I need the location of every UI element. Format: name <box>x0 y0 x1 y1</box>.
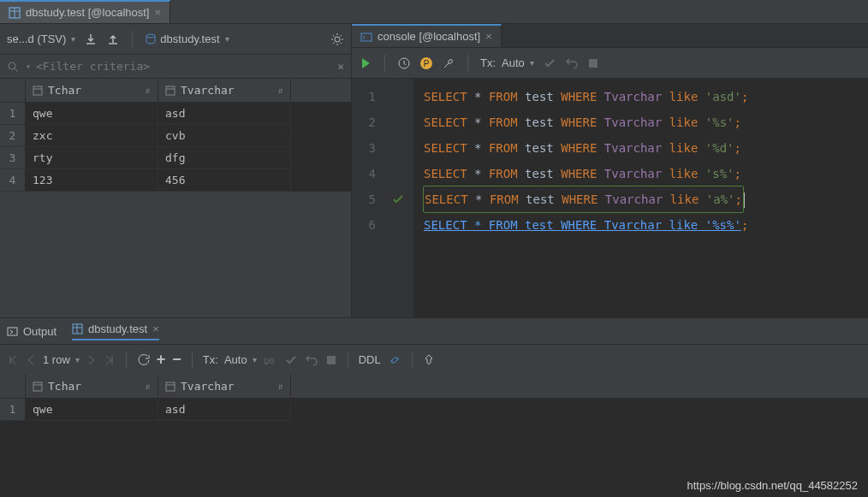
table-row[interactable]: 4 123 456 <box>0 169 351 192</box>
ddl-button[interactable]: DDL <box>359 353 381 366</box>
tab-result-table[interactable]: dbstudy.test × <box>72 322 159 340</box>
stop-icon[interactable] <box>587 57 599 69</box>
remove-row-icon[interactable]: − <box>172 351 181 369</box>
filter-bar[interactable]: ▾ <Filter criteria> × <box>0 55 351 79</box>
filter-placeholder: <Filter criteria> <box>36 60 150 73</box>
sql-link[interactable]: SELECT * FROM test WHERE Tvarchar like '… <box>424 218 741 232</box>
schema-label: dbstudy.test <box>160 33 219 45</box>
row-number: 1 <box>0 103 26 125</box>
text-caret <box>744 192 745 208</box>
svg-line-6 <box>15 68 18 72</box>
wrench-icon[interactable] <box>442 56 455 70</box>
sort-icon: ⇵ <box>278 86 283 95</box>
close-icon[interactable]: × <box>152 322 159 335</box>
chevron-down-icon: ▾ <box>71 34 75 44</box>
tab-output[interactable]: Output <box>7 325 56 338</box>
pin-icon[interactable] <box>423 354 435 366</box>
cell[interactable]: qwe <box>26 103 158 125</box>
submit-icon[interactable]: DB <box>264 354 277 366</box>
svg-point-5 <box>9 62 15 69</box>
table-row[interactable]: 2 zxc cvb <box>0 125 351 147</box>
commit-icon[interactable] <box>543 56 556 70</box>
tx-mode-dropdown[interactable]: Tx: Auto ▾ <box>203 353 257 366</box>
console-pane: console [@localhost] × P Tx: Auto ▾ <box>351 24 868 317</box>
database-icon <box>145 33 157 45</box>
table-row[interactable]: 3 rty dfg <box>0 147 351 169</box>
export-format-label: se...d (TSV) <box>7 33 66 45</box>
compare-icon[interactable] <box>388 353 401 367</box>
add-row-icon[interactable]: + <box>157 351 166 369</box>
console-icon <box>360 31 372 43</box>
sort-icon: ⇵ <box>146 382 151 391</box>
tab-label: console [@localhost] <box>378 30 480 43</box>
refresh-icon[interactable] <box>137 353 150 366</box>
svg-text:P: P <box>424 59 430 68</box>
row-count-dropdown[interactable]: 1 row ▾ <box>43 353 80 366</box>
last-page-icon[interactable] <box>104 354 116 366</box>
cell[interactable]: dfg <box>158 147 291 169</box>
close-icon[interactable]: × <box>154 6 161 19</box>
commit-icon[interactable] <box>284 353 298 367</box>
tx-label: Tx: <box>480 56 496 69</box>
first-page-icon[interactable] <box>7 354 19 366</box>
column-header-tvarchar[interactable]: Tvarchar ⇵ <box>158 79 291 102</box>
svg-rect-11 <box>361 33 372 41</box>
svg-rect-22 <box>33 382 42 391</box>
column-header-tchar[interactable]: Tchar ⇵ <box>26 79 158 102</box>
tab-label: dbstudy.test [@localhost] <box>26 6 149 19</box>
run-icon[interactable] <box>359 56 372 70</box>
table-row[interactable]: 1 qwe asd <box>0 399 868 421</box>
prev-page-icon[interactable] <box>26 354 36 366</box>
cell[interactable]: 123 <box>26 169 158 192</box>
next-page-icon[interactable] <box>86 354 97 366</box>
close-icon[interactable]: × <box>485 30 492 43</box>
plan-icon[interactable]: P <box>419 56 433 70</box>
column-icon <box>165 86 175 96</box>
cell[interactable]: rty <box>26 147 158 169</box>
table-icon <box>9 7 21 19</box>
export-icon[interactable] <box>106 33 120 46</box>
close-icon[interactable]: × <box>337 60 344 73</box>
tab-console[interactable]: console [@localhost] × <box>352 24 502 47</box>
cell[interactable]: qwe <box>26 399 158 421</box>
result-toolbar: 1 row ▾ + − Tx: Auto ▾ DB DDL <box>0 344 868 375</box>
console-toolbar: P Tx: Auto ▾ <box>352 48 868 79</box>
column-header-tchar[interactable]: Tchar ⇵ <box>26 375 158 398</box>
sort-icon: ⇵ <box>146 86 151 95</box>
column-label: Tchar <box>48 84 81 97</box>
cell[interactable]: asd <box>158 399 291 421</box>
sql-editor[interactable]: 123456 SELECT * FROM test WHERE Tvarchar… <box>352 79 868 317</box>
rollback-icon[interactable] <box>565 56 579 70</box>
editor-tab-bar: dbstudy.test [@localhost] × <box>0 0 868 24</box>
tab-dbstudy-test[interactable]: dbstudy.test [@localhost] × <box>0 0 170 23</box>
column-label: Tvarchar <box>181 84 235 97</box>
cell[interactable]: cvb <box>158 125 291 147</box>
cell[interactable]: asd <box>158 103 291 125</box>
gutter-icons <box>383 79 413 317</box>
search-icon <box>7 61 19 73</box>
schema-selector[interactable]: dbstudy.test ▾ <box>145 33 229 45</box>
chevron-down-icon: ▾ <box>225 34 229 44</box>
cell[interactable]: 456 <box>158 169 291 192</box>
tx-mode-dropdown[interactable]: Tx: Auto ▾ <box>480 56 534 69</box>
chevron-down-icon: ▾ <box>253 355 257 364</box>
table-row[interactable]: 1 qwe asd <box>0 103 351 125</box>
svg-point-4 <box>335 37 340 42</box>
settings-icon[interactable] <box>330 33 344 46</box>
rollback-icon[interactable] <box>305 353 318 367</box>
import-icon[interactable] <box>84 33 98 46</box>
code-area[interactable]: SELECT * FROM test WHERE Tvarchar like '… <box>413 79 868 317</box>
table-icon <box>72 323 83 334</box>
chevron-down-icon: ▾ <box>530 58 534 68</box>
svg-rect-15 <box>589 59 597 68</box>
chevron-down-icon: ▾ <box>75 355 80 364</box>
column-header-tvarchar[interactable]: Tvarchar ⇵ <box>158 375 291 398</box>
check-icon <box>392 193 404 205</box>
column-label: Tchar <box>48 380 81 393</box>
history-icon[interactable] <box>397 56 411 70</box>
stop-icon[interactable] <box>325 354 337 366</box>
export-format-dropdown[interactable]: se...d (TSV) ▾ <box>7 33 75 45</box>
row-number: 1 <box>0 399 26 421</box>
cell[interactable]: zxc <box>26 125 158 147</box>
column-label: Tvarchar <box>181 380 235 393</box>
